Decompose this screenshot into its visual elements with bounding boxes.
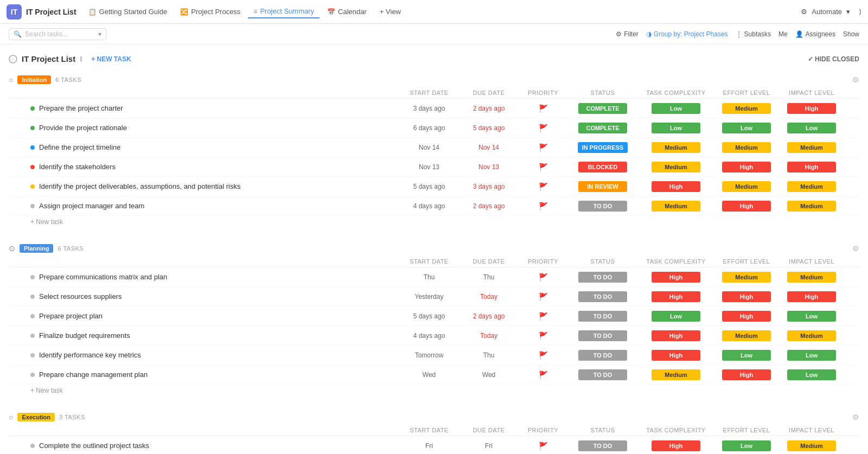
project-info-icon[interactable]: ℹ	[80, 55, 82, 63]
impact-cell[interactable]: Low	[779, 350, 844, 361]
effort-cell[interactable]: High	[714, 369, 779, 380]
priority-cell: 🚩	[519, 331, 567, 340]
status-cell[interactable]: TO DO	[567, 272, 638, 283]
impact-cell[interactable]: Medium	[779, 181, 844, 192]
impact-cell[interactable]: Low	[779, 311, 844, 322]
status-cell[interactable]: TO DO	[567, 369, 638, 380]
effort-cell[interactable]: Low	[714, 350, 779, 361]
complexity-cell[interactable]: Medium	[638, 369, 714, 380]
effort-cell[interactable]: High	[714, 291, 779, 302]
impact-cell[interactable]: High	[779, 162, 844, 172]
table-row[interactable]: Select resources suppliers Yesterday Tod…	[9, 287, 859, 306]
effort-cell[interactable]: High	[714, 162, 779, 172]
status-cell[interactable]: IN REVIEW	[567, 181, 638, 192]
tab-project-process[interactable]: 🔀 Project Process	[175, 5, 246, 18]
phase-planning-collapse[interactable]: ⊙	[9, 244, 15, 253]
impact-cell[interactable]: High	[779, 291, 844, 302]
effort-cell[interactable]: Low	[714, 440, 779, 451]
tab-project-summary[interactable]: ≡ Project Summary	[248, 5, 320, 18]
complexity-cell[interactable]: Medium	[638, 142, 714, 153]
status-cell[interactable]: TO DO	[567, 201, 638, 212]
complexity-cell[interactable]: Medium	[638, 201, 714, 212]
table-row[interactable]: Prepare communications matrix and plan T…	[9, 267, 859, 287]
status-cell[interactable]: TO DO	[567, 350, 638, 361]
phase-planning-settings-icon[interactable]: ⚙	[852, 244, 859, 253]
status-cell[interactable]: COMPLETE	[567, 123, 638, 133]
table-row[interactable]: Identify performance key metrics Tomorro…	[9, 346, 859, 365]
effort-cell[interactable]: Medium	[714, 272, 779, 283]
subtasks-button[interactable]: ⋮ Subtasks	[736, 30, 771, 38]
table-row[interactable]: Prepare change management plan Wed Wed 🚩…	[9, 365, 859, 385]
table-row[interactable]: Prepare the project charter 3 days ago 2…	[9, 99, 859, 118]
group-icon: ◑	[646, 30, 652, 38]
table-row[interactable]: Identify the project deliverables, assum…	[9, 177, 859, 196]
tab-calendar[interactable]: 📅 Calendar	[322, 5, 372, 18]
table-row[interactable]: Prepare project plan 5 days ago 2 days a…	[9, 306, 859, 326]
impact-cell[interactable]: Medium	[779, 142, 844, 153]
filter-button[interactable]: ⚙ Filter	[616, 30, 639, 38]
impact-cell[interactable]: Medium	[779, 201, 844, 212]
status-cell[interactable]: TO DO	[567, 311, 638, 322]
complexity-cell[interactable]: Low	[638, 311, 714, 322]
group-by-button[interactable]: ◑ Group by: Project Phases	[646, 30, 728, 38]
complexity-cell[interactable]: Medium	[638, 162, 714, 172]
task-name-cell: Provide the project rationale	[30, 124, 399, 132]
project-collapse-circle[interactable]: ○	[9, 55, 17, 63]
hide-closed-button[interactable]: ✓ HIDE CLOSED	[808, 55, 859, 63]
assignees-button[interactable]: 👤 Assignees	[795, 30, 835, 38]
complexity-cell[interactable]: Low	[638, 103, 714, 114]
complexity-badge: High	[652, 181, 700, 192]
nav-expand-icon: ⟩	[859, 8, 861, 16]
planning-new-task-link[interactable]: + New task	[9, 385, 859, 397]
impact-cell[interactable]: Low	[779, 369, 844, 380]
effort-cell[interactable]: Medium	[714, 181, 779, 192]
tab-add-view[interactable]: + View	[374, 5, 406, 18]
status-cell[interactable]: BLOCKED	[567, 162, 638, 172]
effort-cell[interactable]: Medium	[714, 330, 779, 341]
effort-cell[interactable]: Low	[714, 123, 779, 133]
status-cell[interactable]: COMPLETE	[567, 103, 638, 114]
impact-cell[interactable]: Medium	[779, 330, 844, 341]
complexity-cell[interactable]: Low	[638, 123, 714, 133]
phase-initiation-collapse[interactable]: ○	[9, 75, 13, 84]
table-row[interactable]: Provide the project rationale 6 days ago…	[9, 118, 859, 138]
impact-badge: High	[787, 291, 836, 302]
complexity-cell[interactable]: High	[638, 272, 714, 283]
status-cell[interactable]: TO DO	[567, 330, 638, 341]
status-cell[interactable]: IN PROGRESS	[567, 142, 638, 153]
complexity-cell[interactable]: High	[638, 291, 714, 302]
table-row[interactable]: Define the project timeline Nov 14 Nov 1…	[9, 138, 859, 157]
complexity-cell[interactable]: High	[638, 330, 714, 341]
show-button[interactable]: Show	[843, 30, 859, 38]
effort-cell[interactable]: Medium	[714, 142, 779, 153]
search-box[interactable]: 🔍 Search tasks... ▾	[9, 28, 106, 40]
project-new-task-button[interactable]: + NEW TASK	[91, 55, 131, 63]
col-start-date: START DATE	[399, 89, 459, 96]
table-row[interactable]: Identify the stakeholders Nov 13 Nov 13 …	[9, 157, 859, 177]
phase-execution-collapse[interactable]: ○	[9, 413, 13, 421]
status-cell[interactable]: TO DO	[567, 440, 638, 451]
effort-cell[interactable]: High	[714, 201, 779, 212]
impact-cell[interactable]: High	[779, 103, 844, 114]
status-cell[interactable]: TO DO	[567, 291, 638, 302]
impact-cell[interactable]: Medium	[779, 272, 844, 283]
table-row[interactable]: Finalize budget requirements 4 days ago …	[9, 326, 859, 346]
due-date-cell: Thu	[459, 273, 519, 281]
table-row[interactable]: Complete the outlined project tasks Fri …	[9, 436, 859, 454]
me-button[interactable]: Me	[778, 30, 788, 38]
impact-cell[interactable]: Low	[779, 123, 844, 133]
complexity-cell[interactable]: High	[638, 350, 714, 361]
phase-execution-settings-icon[interactable]: ⚙	[852, 413, 859, 421]
automate-button[interactable]: ⚙ Automate ▾ ⟩	[801, 8, 861, 16]
app-title: IT Project List	[26, 8, 76, 16]
complexity-cell[interactable]: High	[638, 181, 714, 192]
phase-initiation-settings-icon[interactable]: ⚙	[852, 75, 859, 84]
initiation-new-task-link[interactable]: + New task	[9, 216, 859, 228]
table-row[interactable]: Assign project manager and team 4 days a…	[9, 196, 859, 216]
complexity-cell[interactable]: High	[638, 440, 714, 451]
effort-cell[interactable]: Medium	[714, 103, 779, 114]
impact-cell[interactable]: Medium	[779, 440, 844, 451]
assignees-icon: 👤	[795, 30, 803, 38]
effort-cell[interactable]: High	[714, 311, 779, 322]
tab-getting-started[interactable]: 📋 Getting Started Guide	[83, 5, 173, 18]
